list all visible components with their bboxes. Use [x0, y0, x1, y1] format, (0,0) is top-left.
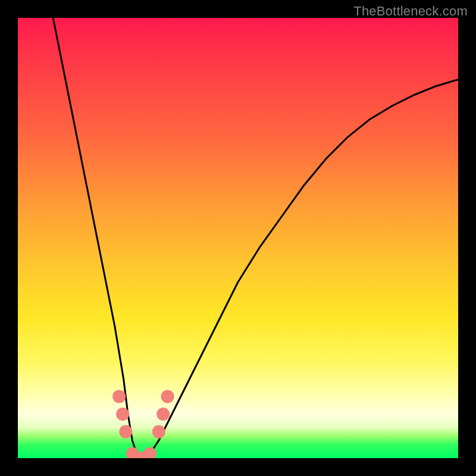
bottleneck-curve-path	[53, 18, 458, 458]
right-cluster-low	[152, 425, 165, 439]
left-cluster-top	[112, 390, 126, 403]
plot-area	[18, 18, 458, 458]
bottleneck-curve	[53, 18, 458, 458]
right-cluster-mid	[156, 408, 170, 421]
right-cluster-top	[161, 390, 174, 403]
left-cluster-low	[119, 425, 132, 439]
watermark-label: TheBottleneck.com	[353, 4, 468, 19]
dip-right	[143, 447, 156, 458]
curve-layer	[18, 18, 458, 458]
marker-cluster	[112, 390, 174, 458]
chart-frame: TheBottleneck.com	[0, 0, 476, 476]
left-cluster-mid	[116, 408, 129, 421]
